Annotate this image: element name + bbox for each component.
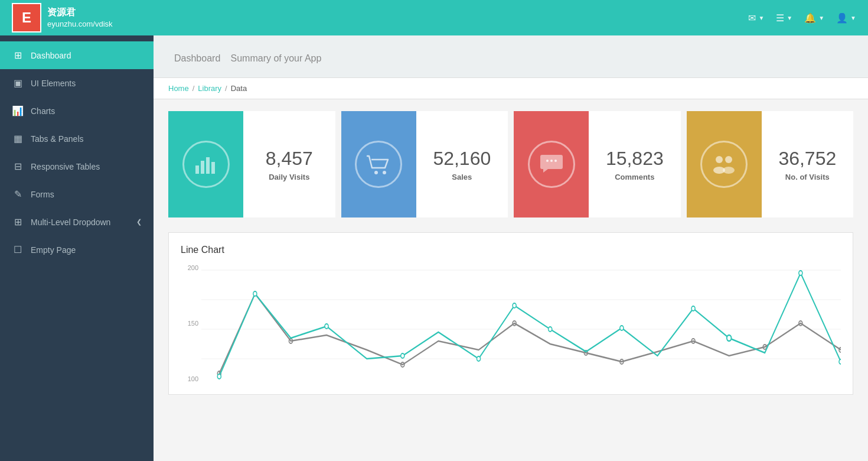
- dot-teal: [513, 303, 516, 308]
- tabs-icon: ▦: [12, 133, 24, 144]
- stat-data-red: 15,823 Comments: [589, 111, 680, 217]
- dashboard-icon: ⊞: [12, 50, 24, 61]
- svg-point-9: [716, 156, 723, 163]
- stat-card-comments: 15,823 Comments: [514, 111, 681, 217]
- svg-point-7: [550, 160, 553, 162]
- svg-point-4: [374, 171, 378, 174]
- dot-teal: [549, 327, 552, 332]
- stat-data-teal: 8,457 Daily Visits: [243, 111, 335, 217]
- breadcrumb-home[interactable]: Home: [168, 84, 189, 93]
- sidebar-item-ui-elements[interactable]: ▣ UI Elements: [0, 69, 154, 97]
- breadcrumb-sep-2: /: [225, 84, 227, 93]
- sidebar-item-empty-page[interactable]: ☐ Empty Page: [0, 236, 154, 264]
- stat-number-daily: 8,457: [266, 148, 313, 170]
- chevron-icon: ❮: [136, 218, 142, 226]
- svg-point-8: [554, 160, 557, 162]
- sidebar-item-label: Charts: [31, 106, 55, 116]
- svg-point-5: [383, 171, 386, 174]
- sidebar-item-multi-level[interactable]: ⊞ Multi-Level Dropdown ❮: [0, 208, 154, 236]
- dot-teal: [839, 359, 841, 364]
- visits-icon-circle: [700, 141, 748, 188]
- stat-icon-area-yellow: [687, 111, 762, 217]
- dot-teal: [477, 356, 481, 361]
- brand: E 资源君 eyunzhu.com/vdisk: [12, 3, 113, 33]
- stat-card-daily-visits: 8,457 Daily Visits: [168, 111, 335, 217]
- y-label-100: 100: [181, 375, 198, 382]
- daily-visits-icon-circle: [182, 141, 230, 188]
- stat-data-yellow: 36,752 No. of Visits: [762, 111, 853, 217]
- y-axis-labels: 200 150 100: [181, 264, 201, 382]
- page-subtitle: Summary of your App: [231, 53, 322, 63]
- navbar: E 资源君 eyunzhu.com/vdisk ✉ ▼ ☰ ▼ 🔔 ▼ 👤 ▼: [0, 0, 868, 35]
- svg-point-12: [723, 167, 735, 174]
- menu-button[interactable]: ☰ ▼: [776, 12, 792, 24]
- comments-icon-circle: [528, 141, 575, 188]
- sidebar-item-charts[interactable]: 📊 Charts: [0, 97, 154, 125]
- breadcrumb: Home / Library / Data: [154, 78, 868, 99]
- dot-teal: [620, 326, 624, 330]
- stat-label-novisits: No. of Visits: [785, 173, 830, 181]
- line-chart-svg: [201, 264, 841, 382]
- navbar-right: ✉ ▼ ☰ ▼ 🔔 ▼ 👤 ▼: [748, 12, 856, 24]
- sidebar-item-responsive-tables[interactable]: ⊟ Responsive Tables: [0, 152, 154, 180]
- breadcrumb-sep-1: /: [192, 84, 195, 93]
- stat-label-sales: Sales: [452, 173, 472, 181]
- stat-number-comments: 15,823: [606, 148, 664, 170]
- empty-page-icon: ☐: [12, 244, 24, 255]
- breadcrumb-current: Data: [231, 84, 247, 93]
- y-label-200: 200: [181, 264, 198, 271]
- y-label-150: 150: [181, 320, 198, 327]
- email-button[interactable]: ✉ ▼: [748, 12, 764, 24]
- stat-number-sales: 52,160: [433, 148, 491, 170]
- user-button[interactable]: 👤 ▼: [836, 12, 856, 24]
- svg-point-10: [725, 156, 732, 163]
- chart-container: Line Chart 200 150 100: [168, 232, 853, 395]
- chart-title: Line Chart: [181, 245, 841, 255]
- breadcrumb-library[interactable]: Library: [198, 84, 221, 93]
- sidebar-item-dashboard[interactable]: ⊞ Dashboard: [0, 41, 154, 69]
- sidebar-item-label: Responsive Tables: [31, 162, 100, 171]
- svg-rect-2: [206, 157, 210, 174]
- sidebar-item-label: Multi-Level Dropdown: [31, 217, 110, 227]
- dot-teal: [727, 335, 732, 341]
- sidebar: ❯ ⊞ Dashboard ▣ UI Elements 📊 Charts ▦ T…: [0, 35, 154, 461]
- stat-card-sales: 52,160 Sales: [341, 111, 508, 217]
- stat-label-daily: Daily Visits: [269, 173, 309, 181]
- sales-icon-circle: [355, 141, 402, 188]
- charts-icon: 📊: [12, 105, 24, 116]
- stat-icon-area-red: [514, 111, 589, 217]
- content-area: 8,457 Daily Visits: [154, 99, 868, 407]
- sidebar-item-label: Dashboard: [31, 51, 71, 60]
- sidebar-menu: ⊞ Dashboard ▣ UI Elements 📊 Charts ▦ Tab…: [0, 35, 154, 270]
- bell-button[interactable]: 🔔 ▼: [804, 12, 824, 24]
- brand-url: eyunzhu.com/vdisk: [47, 19, 113, 30]
- page-title: Dashboard Summary of your App: [168, 47, 853, 66]
- stat-data-blue: 52,160 Sales: [416, 111, 508, 217]
- sidebar-item-label: UI Elements: [31, 79, 76, 88]
- sidebar-item-forms[interactable]: ✎ Forms: [0, 180, 154, 208]
- stat-label-comments: Comments: [615, 173, 654, 181]
- svg-rect-3: [211, 162, 215, 174]
- dot-teal: [217, 374, 221, 379]
- sidebar-item-label: Empty Page: [31, 245, 76, 255]
- svg-rect-0: [195, 165, 199, 174]
- dot-teal: [799, 271, 802, 275]
- main-content: Dashboard Summary of your App Home / Lib…: [154, 35, 868, 461]
- dot-teal: [253, 291, 257, 296]
- sidebar-item-tabs-panels[interactable]: ▦ Tabs & Panels: [0, 125, 154, 152]
- layout: ❯ ⊞ Dashboard ▣ UI Elements 📊 Charts ▦ T…: [0, 35, 868, 461]
- stat-icon-area-blue: [341, 111, 416, 217]
- chart-line-teal: [219, 273, 841, 376]
- tables-icon: ⊟: [12, 161, 24, 172]
- dot-teal: [691, 306, 695, 311]
- svg-point-6: [546, 160, 549, 162]
- dot-teal: [325, 324, 328, 329]
- stat-number-novisits: 36,752: [778, 148, 836, 170]
- brand-logo: E: [12, 3, 41, 33]
- chart-line-gray: [219, 294, 841, 374]
- forms-icon: ✎: [12, 189, 24, 200]
- multi-level-icon: ⊞: [12, 216, 24, 228]
- stat-icon-area-teal: [168, 111, 243, 217]
- svg-rect-1: [201, 161, 204, 174]
- ui-elements-icon: ▣: [12, 77, 24, 89]
